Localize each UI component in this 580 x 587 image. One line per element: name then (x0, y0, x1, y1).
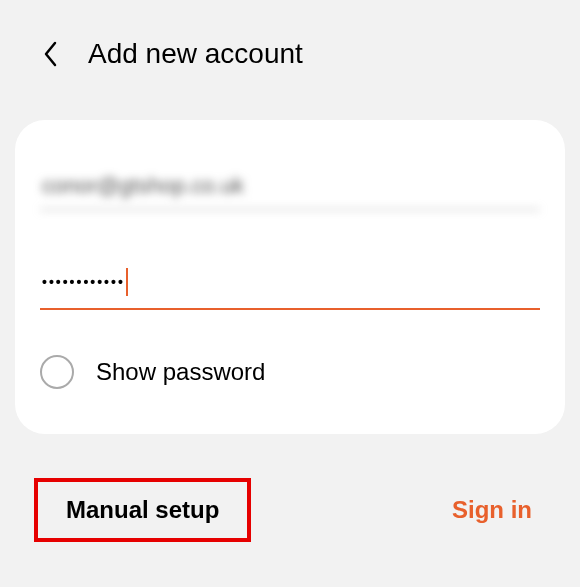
button-row: Manual setup Sign in (0, 434, 580, 538)
password-masked-value: •••••••••••• (42, 274, 125, 290)
text-cursor (126, 268, 128, 296)
email-input-wrapper (40, 165, 540, 210)
manual-setup-wrapper: Manual setup (38, 482, 247, 538)
checkbox-icon[interactable] (40, 355, 74, 389)
email-field[interactable] (40, 165, 540, 210)
sign-in-button[interactable]: Sign in (442, 482, 542, 538)
form-card: •••••••••••• Show password (15, 120, 565, 434)
back-icon[interactable] (40, 44, 60, 64)
header: Add new account (0, 0, 580, 90)
manual-setup-button[interactable]: Manual setup (38, 482, 247, 538)
password-field[interactable]: •••••••••••• (40, 260, 540, 310)
page-title: Add new account (88, 38, 303, 70)
show-password-row[interactable]: Show password (40, 350, 540, 404)
show-password-label: Show password (96, 358, 265, 386)
